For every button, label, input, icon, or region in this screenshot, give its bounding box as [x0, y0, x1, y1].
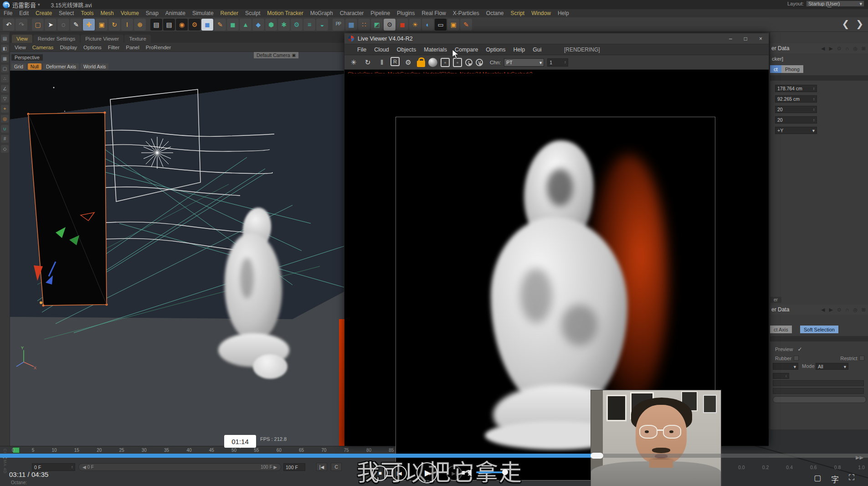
- mode-icon[interactable]: ∴: [1, 75, 9, 83]
- volume-icon[interactable]: [462, 469, 472, 477]
- display-chip[interactable]: Null: [28, 63, 41, 70]
- mode-dropdown[interactable]: All▾: [816, 363, 848, 370]
- viewport-menu-item[interactable]: View: [15, 45, 26, 50]
- check-icon[interactable]: ✓: [798, 346, 802, 352]
- toolbar-icon[interactable]: ◼: [227, 19, 239, 31]
- tab-soft-selection[interactable]: Soft Selection: [800, 326, 838, 333]
- menu-item[interactable]: Mesh: [100, 10, 113, 16]
- player-icon[interactable]: ⛶: [849, 473, 854, 485]
- toolbar-icon[interactable]: [147, 19, 149, 31]
- tab-basic[interactable]: ct: [770, 65, 781, 73]
- tab-phong[interactable]: Phong: [781, 65, 803, 73]
- frame-tick-label[interactable]: 20: [97, 448, 102, 453]
- viewport-tab[interactable]: Picture Viewer: [81, 35, 123, 43]
- window-button-icon[interactable]: –: [729, 36, 732, 42]
- header-icon[interactable]: ⊙: [837, 46, 841, 52]
- menu-item[interactable]: Real Flow: [421, 10, 446, 16]
- attr-field-4[interactable]: 20↕: [775, 116, 817, 124]
- header-icon[interactable]: ◎: [853, 46, 858, 52]
- frame-tick-label[interactable]: 10: [52, 448, 57, 453]
- toolbar-icon[interactable]: ➤: [45, 19, 56, 31]
- attr-field-2[interactable]: 92.265 cm↕: [775, 95, 817, 103]
- toolbar-icon[interactable]: ▣: [447, 19, 459, 31]
- frame-tick-label[interactable]: 85: [389, 448, 394, 453]
- player-icon[interactable]: ▢: [814, 473, 821, 485]
- small-field[interactable]: ↕: [773, 373, 789, 379]
- lv-menu-item[interactable]: Materials: [424, 47, 447, 53]
- spinner-icon[interactable]: ↕: [71, 465, 73, 469]
- lv-toolbar-icon[interactable]: ⚙: [403, 57, 414, 68]
- lv-menu-item[interactable]: Gui: [533, 47, 541, 53]
- toolbar-icon[interactable]: ◉: [176, 19, 188, 31]
- range-start-field[interactable]: 0 F ↕: [32, 463, 75, 471]
- frame-tick-label[interactable]: 30: [142, 448, 147, 453]
- restrict-checkbox[interactable]: [859, 356, 864, 361]
- toolbar-icon[interactable]: ∷: [358, 19, 370, 31]
- range-end-field[interactable]: 100 F: [283, 463, 305, 471]
- menu-item[interactable]: Help: [558, 10, 569, 16]
- header-icon[interactable]: ⊙: [837, 307, 841, 313]
- seek-knob[interactable]: [591, 453, 603, 459]
- layout-dropdown[interactable]: Startup (User) ▾: [806, 0, 864, 7]
- mode-icon[interactable]: ▤: [1, 35, 9, 42]
- toolbar-icon[interactable]: ▦: [345, 19, 357, 31]
- toolbar-icon[interactable]: ▣: [96, 19, 108, 31]
- lv-menu-item[interactable]: File: [357, 47, 366, 53]
- viewport-menu-item[interactable]: Cameras: [32, 45, 54, 50]
- frame-tick-label[interactable]: 70: [321, 448, 326, 453]
- menu-item[interactable]: X-Particles: [453, 10, 479, 16]
- toolbar-icon[interactable]: ◌: [57, 19, 69, 31]
- toolbar-icon[interactable]: ✎: [460, 19, 472, 31]
- mode-icon[interactable]: ∠: [1, 85, 9, 93]
- menu-item[interactable]: Simulate: [192, 10, 214, 16]
- chevron-down-icon[interactable]: ▾: [38, 2, 40, 7]
- lv-toolbar-icon[interactable]: ‖: [376, 57, 387, 68]
- toolbar-icon[interactable]: I: [121, 19, 133, 31]
- menu-item[interactable]: Animate: [165, 10, 185, 16]
- menu-item[interactable]: Script: [511, 10, 525, 16]
- pin-focus-icon[interactable]: F: [465, 59, 473, 66]
- frame-tick-label[interactable]: 50: [231, 448, 236, 453]
- toolbar-icon[interactable]: ◆: [252, 19, 264, 31]
- lv-menu-item[interactable]: Options: [486, 47, 505, 53]
- frame-tick-label[interactable]: 25: [119, 448, 124, 453]
- toolbar-icon[interactable]: ▢: [32, 19, 44, 31]
- channel-dropdown[interactable]: PT▾: [504, 58, 544, 67]
- volume-knob[interactable]: [502, 469, 508, 475]
- frame-tick-label[interactable]: 5: [32, 448, 35, 453]
- header-icon[interactable]: ▶: [829, 46, 833, 52]
- toolbar-icon[interactable]: ⚙: [189, 19, 200, 31]
- header-icon[interactable]: ▶: [829, 307, 833, 313]
- mode-icon[interactable]: ◇: [1, 145, 9, 153]
- frame-tick-label[interactable]: 40: [186, 448, 191, 453]
- volume-slider[interactable]: [476, 471, 505, 473]
- frame-tick-label[interactable]: 35: [164, 448, 169, 453]
- mode-icon[interactable]: ▢: [1, 65, 9, 72]
- lv-menu-item[interactable]: Help: [513, 47, 525, 53]
- frame-tick-label[interactable]: 15: [74, 448, 79, 453]
- menu-item[interactable]: Volume: [121, 10, 139, 16]
- viewport-tab[interactable]: Texture: [124, 35, 151, 43]
- menu-item[interactable]: Plugins: [397, 10, 415, 16]
- value-row[interactable]: [773, 380, 864, 386]
- viewport-menu-item[interactable]: Filter: [108, 45, 120, 50]
- c4d-viewport[interactable]: Y X ViewRender SettingsPicture ViewerTex…: [10, 32, 344, 446]
- menu-item[interactable]: Sculpt: [245, 10, 260, 16]
- menu-item[interactable]: MoGraph: [310, 10, 333, 16]
- menu-item[interactable]: Create: [36, 10, 52, 16]
- header-icon[interactable]: ◀: [821, 46, 825, 52]
- pin-material-icon[interactable]: M: [476, 59, 483, 66]
- toolbar-icon[interactable]: ◐: [422, 19, 434, 31]
- toolbar-icon[interactable]: ↷: [15, 19, 27, 31]
- toolbar-icon[interactable]: ◩: [371, 19, 383, 31]
- attr-field-1[interactable]: 178.764 cm↕: [775, 85, 817, 92]
- window-button-icon[interactable]: □: [744, 36, 747, 42]
- menu-item[interactable]: Edit: [19, 10, 29, 16]
- axis-dropdown[interactable]: +Y▾: [775, 127, 817, 134]
- next-button[interactable]: ▶|: [447, 465, 462, 481]
- window-button-icon[interactable]: ×: [759, 36, 762, 42]
- frame-tick-label[interactable]: 0: [12, 448, 15, 453]
- viewport-menu-item[interactable]: Options: [83, 45, 102, 50]
- play-button[interactable]: ▶: [416, 462, 437, 483]
- frame-tick-label[interactable]: 60: [277, 448, 282, 453]
